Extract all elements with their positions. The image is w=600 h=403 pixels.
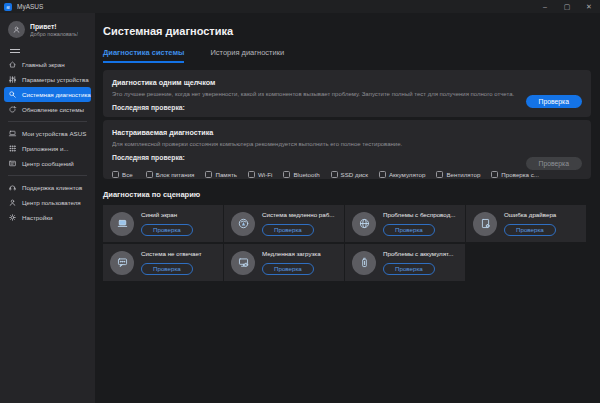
checkbox-fan-box[interactable] [436,171,443,178]
scenario-check-button[interactable]: Проверка [141,224,193,236]
gear-icon [8,213,17,222]
main-content: Системная диагностика Диагностика систем… [95,13,600,403]
sidebar-divider [8,175,87,176]
one-click-last-check-label: Последняя проверка: [112,104,582,111]
sidebar-item-user-center[interactable]: Центр пользователя [4,195,91,210]
scenario-check-button[interactable]: Проверка [383,224,435,236]
tab-system-diagnostics[interactable]: Диагностика системы [103,48,184,63]
person-icon [12,25,21,34]
checkbox-ssd: SSD диск [331,171,368,178]
close-button[interactable]: ✕ [578,0,600,13]
checkbox-power-box[interactable] [146,171,153,178]
sidebar-item-my-devices[interactable]: Мои устройства ASUS [4,126,91,141]
checkbox-memory-box[interactable] [205,171,212,178]
component-checkbox-row: Все Блок питания Память Wi-Fi Bluetooth … [112,170,527,179]
sliders-icon [8,75,17,84]
sidebar-item-settings[interactable]: Настройки [4,210,91,225]
custom-diagnostics-card: Настраиваемая диагностика Для комплексно… [103,120,591,179]
apps-grid-icon [8,144,17,153]
dial-slow-icon [231,212,255,236]
sidebar-item-apps[interactable]: Приложения и... [4,141,91,156]
scenario-card-system-not-responding: Система не отвечает Проверка [103,244,223,281]
home-icon [8,60,17,69]
checkbox-memory: Память [205,171,237,178]
sidebar-item-system-update[interactable]: Обновление системы [4,102,91,117]
user-profile[interactable]: Привет! Добро пожаловать! [0,13,95,42]
titlebar: ≋ MyASUS – ▢ ✕ [0,0,600,13]
hamburger-menu-icon[interactable] [10,49,20,53]
scenario-grid: Синий экран Проверка Система медленно ра… [103,205,592,283]
sidebar-item-device-settings[interactable]: Параметры устройства [4,72,91,87]
checkbox-all: Все [112,171,133,178]
checkbox-check-more-box[interactable] [491,171,498,178]
myasus-logo-icon: ≋ [4,3,12,11]
scenario-check-button[interactable]: Проверка [383,263,435,275]
diagnostics-search-icon [8,90,17,99]
checkbox-all-box[interactable] [112,171,119,178]
one-click-diagnostics-card: Диагностика одним щелчком Это лучшее реш… [103,70,591,117]
one-click-description: Это лучшее решение, когда нет уверенност… [112,91,582,97]
welcome-text: Добро пожаловать! [30,31,78,37]
sidebar-divider [8,121,87,122]
sidebar-item-message-center[interactable]: Центр сообщений [4,156,91,171]
scenario-check-button[interactable]: Проверка [262,263,314,275]
chat-bubble-icon [110,251,134,275]
checkbox-wifi-box[interactable] [248,171,255,178]
laptop-bluescreen-icon [110,212,134,236]
checkbox-power: Блок питания [146,171,195,178]
battery-icon [352,251,376,275]
minimize-button[interactable]: – [534,0,556,13]
scenario-check-button[interactable]: Проверка [262,224,314,236]
scenario-card-slow-boot: Медленная загрузка Проверка [224,244,344,281]
scenario-card-blue-screen: Синий экран Проверка [103,205,223,242]
checkbox-battery: Аккумулятор [379,171,426,178]
checkbox-battery-box[interactable] [379,171,386,178]
tab-bar: Диагностика системы История диагностики [103,48,591,63]
monitor-clock-icon [231,251,255,275]
sidebar-item-customer-support[interactable]: Поддержка клиентов [4,180,91,195]
checkbox-check-more: Проверка с... [491,171,539,178]
sidebar: Привет! Добро пожаловать! Главный экран … [0,13,95,403]
page-title: Системная диагностика [103,25,591,37]
custom-description: Для комплексной проверки состояния компь… [112,141,582,147]
update-icon [8,105,17,114]
globe-icon [352,212,376,236]
app-title: MyASUS [17,3,43,10]
checkbox-bluetooth: Bluetooth [283,171,319,178]
sidebar-item-system-diagnostics[interactable]: Системная диагностика [4,87,91,102]
support-headset-icon [8,183,17,192]
scenario-card-system-slow: Система медленно раб... Проверка [224,205,344,242]
sidebar-item-home[interactable]: Главный экран [4,57,91,72]
checkbox-fan: Вентилятор [436,171,480,178]
scenario-card-battery-problems: Проблемы с аккумулят... Проверка [345,244,465,281]
scenario-check-button[interactable]: Проверка [141,263,193,275]
custom-check-button[interactable]: Проверка [526,157,582,170]
laptop-icon [8,129,17,138]
sidebar-nav: Главный экран Параметры устройства Систе… [0,57,95,225]
custom-last-check-label: Последняя проверка: [112,154,582,161]
one-click-title: Диагностика одним щелчком [112,78,582,87]
custom-title: Настраиваемая диагностика [112,128,582,137]
avatar [8,21,25,38]
scenario-card-driver-error: Ошибка драйвера Проверка [466,205,586,242]
checkbox-bluetooth-box[interactable] [283,171,290,178]
message-icon [8,159,17,168]
one-click-check-button[interactable]: Проверка [526,95,582,108]
checkbox-wifi: Wi-Fi [248,171,272,178]
tab-diagnostics-history[interactable]: История диагностики [210,48,284,63]
myasus-window: ≋ MyASUS – ▢ ✕ Привет! Добро пожаловать!… [0,0,600,403]
user-icon [8,198,17,207]
greeting-text: Привет! [30,23,78,30]
checkbox-ssd-box[interactable] [331,171,338,178]
driver-document-icon [473,212,497,236]
maximize-button[interactable]: ▢ [556,0,578,13]
scenario-check-button[interactable]: Проверка [504,224,556,236]
scenario-section-title: Диагностика по сценарию [103,190,591,199]
window-controls: – ▢ ✕ [534,0,600,13]
scenario-card-wireless-problems: Проблемы с беспровод... Проверка [345,205,465,242]
